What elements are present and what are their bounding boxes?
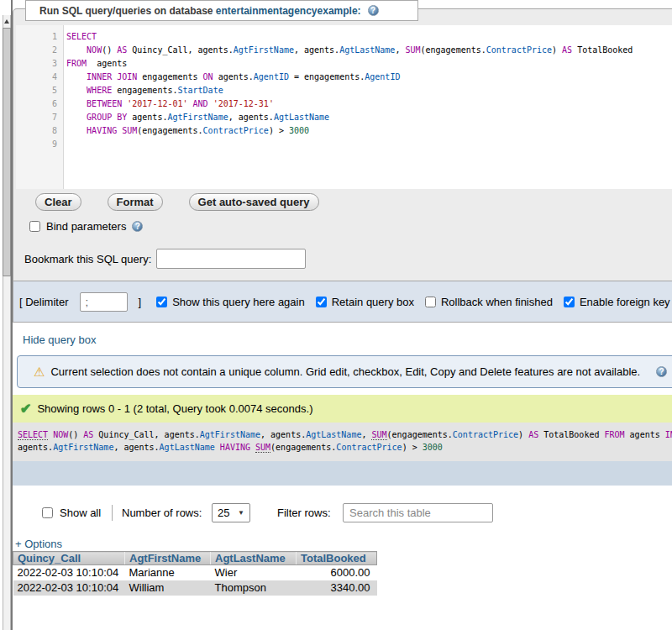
format-button[interactable]: Format (108, 193, 163, 211)
line-number: 3 (16, 57, 64, 71)
legend-text: Run SQL query/queries on database (39, 5, 216, 17)
warning-text: Current selection does not contain a uni… (50, 365, 640, 378)
help-icon[interactable] (132, 221, 143, 232)
warning-icon: ⚠ (34, 365, 45, 378)
bind-parameters-checkbox[interactable] (29, 221, 40, 232)
database-link[interactable]: entertainmentagencyexample: (216, 5, 361, 17)
rows-per-page-value: 25 (218, 507, 229, 519)
filter-rows-label: Filter rows: (277, 507, 331, 519)
enable-foreign-key-checkbox[interactable] (564, 297, 575, 307)
hide-query-box-link[interactable]: Hide query box (23, 333, 96, 346)
show-query-again-checkbox[interactable] (156, 297, 167, 307)
show-query-again-label: Show this query here again (172, 296, 305, 308)
line-number: 5 (16, 84, 64, 97)
get-auto-saved-query-button[interactable]: Get auto-saved query (189, 193, 319, 211)
bind-parameters-label: Bind parameters (46, 220, 126, 233)
cell: 2022-02-03 10:10:04 (13, 580, 125, 596)
options-toggle-link[interactable]: + Options (15, 538, 62, 550)
retain-query-box-checkbox[interactable] (316, 297, 327, 307)
executed-sql: SELECT NOW() AS Quincy_Call, agents.AgtF… (13, 423, 672, 461)
enable-foreign-key-label: Enable foreign key (580, 296, 670, 308)
results-table: Quincy_Call AgtFirstName AgtLastName Tot… (13, 551, 377, 596)
rollback-label: Rollback when finished (441, 296, 553, 308)
line-number: 9 (16, 138, 64, 151)
line-number: 7 (16, 111, 64, 124)
cell: 3340.00 (297, 580, 377, 596)
number-of-rows-label: Number of rows: (122, 507, 202, 519)
result-toolbar-strip (13, 461, 672, 486)
rollback-checkbox[interactable] (425, 297, 436, 307)
line-number: 8 (16, 124, 64, 138)
cell: 2022-02-03 10:10:04 (13, 565, 125, 580)
cell: William (125, 580, 211, 596)
scrollbar-up-arrow-icon[interactable] (3, 16, 11, 27)
scrollbar-thumb[interactable] (3, 28, 11, 276)
help-icon[interactable] (656, 366, 667, 377)
column-header[interactable]: AgtFirstName (125, 552, 211, 565)
show-all-checkbox[interactable] (42, 507, 53, 518)
column-header[interactable]: Quincy_Call (13, 552, 125, 565)
chevron-down-icon: ▼ (238, 509, 244, 517)
column-header[interactable]: AgtLastName (211, 552, 297, 565)
cell: Thompson (211, 580, 297, 596)
bookmark-input[interactable] (156, 249, 306, 269)
retain-query-box-label: Retain query box (332, 296, 414, 308)
success-check-icon: ✔ (20, 402, 31, 416)
query-options-footer: [ Delimiter ] Show this query here again… (13, 281, 672, 323)
cell: Marianne (125, 565, 211, 580)
table-row: 2022-02-03 10:10:04 Marianne Wier 6000.0… (13, 565, 377, 580)
cell: 6000.00 (297, 565, 377, 580)
warning-message: ⚠ Current selection does not contain a u… (17, 355, 672, 388)
sql-editor[interactable]: 1SELECT2 NOW() AS Quincy_Call, agents.Ag… (16, 25, 672, 189)
rows-per-page-select[interactable]: 25 ▼ (212, 503, 250, 522)
help-icon[interactable] (368, 5, 379, 16)
success-message: ✔ Showing rows 0 - 1 (2 total, Query too… (13, 395, 672, 423)
cell: Wier (211, 565, 297, 580)
bookmark-label: Bookmark this SQL query: (24, 253, 151, 265)
line-number: 1 (16, 30, 64, 44)
column-header[interactable]: TotalBooked (297, 552, 377, 565)
sql-query-legend: Run SQL query/queries on database entert… (25, 0, 418, 21)
success-text: Showing rows 0 - 1 (2 total, Query took … (37, 402, 312, 415)
separator (112, 505, 113, 521)
delimiter-label-close: ] (139, 296, 142, 308)
line-number: 4 (16, 71, 64, 84)
clear-button[interactable]: Clear (35, 193, 81, 211)
show-all-label: Show all (60, 507, 101, 519)
table-search-input[interactable] (343, 503, 493, 522)
delimiter-label: [ Delimiter (19, 296, 69, 308)
line-number: 2 (16, 44, 64, 57)
table-row: 2022-02-03 10:10:04 William Thompson 334… (13, 580, 377, 596)
delimiter-input[interactable] (80, 292, 128, 312)
line-number: 6 (16, 97, 64, 111)
